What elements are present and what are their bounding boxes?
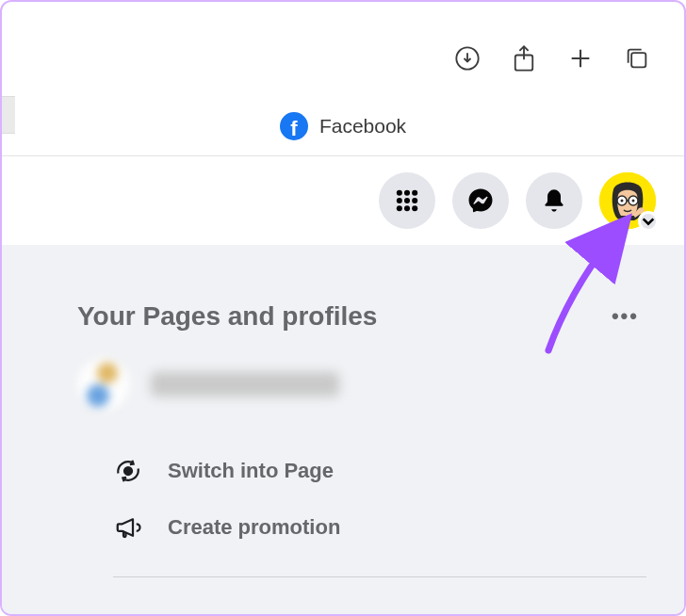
more-options-button[interactable]: ••• <box>612 304 646 329</box>
svg-point-10 <box>404 205 410 211</box>
section-divider <box>113 576 646 577</box>
page-thumbnail <box>77 358 130 411</box>
switch-label: Switch into Page <box>168 459 334 483</box>
svg-point-9 <box>397 205 402 211</box>
create-promotion-button[interactable]: Create promotion <box>77 499 646 556</box>
svg-point-6 <box>397 198 402 203</box>
profile-avatar-button[interactable] <box>599 172 656 229</box>
svg-point-7 <box>404 198 410 203</box>
pages-profiles-panel: Your Pages and profiles ••• Switch into … <box>2 245 684 614</box>
tabs-overview-icon[interactable] <box>623 44 651 73</box>
share-icon[interactable] <box>510 44 538 73</box>
switch-into-page-button[interactable]: Switch into Page <box>77 443 646 499</box>
bell-icon <box>541 187 567 214</box>
menu-grid-button[interactable] <box>379 172 435 229</box>
svg-point-4 <box>404 190 410 196</box>
promote-label: Create promotion <box>168 515 340 540</box>
svg-point-11 <box>412 205 417 211</box>
messenger-button[interactable] <box>452 172 509 229</box>
page-name-redacted <box>151 372 339 397</box>
new-tab-icon[interactable] <box>566 44 595 73</box>
svg-point-20 <box>87 384 109 407</box>
svg-point-5 <box>412 190 417 196</box>
svg-rect-2 <box>631 53 645 67</box>
svg-point-19 <box>97 363 118 383</box>
svg-point-3 <box>397 190 402 196</box>
svg-point-17 <box>632 200 635 203</box>
grid-icon <box>394 187 420 214</box>
facebook-header <box>2 155 684 245</box>
tab-title: Facebook <box>319 115 406 138</box>
megaphone-icon <box>113 512 143 543</box>
page-item[interactable] <box>77 358 646 411</box>
facebook-logo-icon: f <box>280 112 308 140</box>
chevron-down-icon <box>638 211 659 232</box>
svg-point-16 <box>621 200 624 203</box>
svg-point-21 <box>124 467 132 475</box>
section-title: Your Pages and profiles <box>77 301 377 332</box>
downloads-icon[interactable] <box>453 44 482 73</box>
messenger-icon <box>466 186 495 215</box>
browser-toolbar <box>2 2 684 96</box>
svg-point-8 <box>412 198 417 203</box>
notifications-button[interactable] <box>526 172 582 229</box>
switch-account-icon <box>113 456 143 486</box>
tab-edge-indicator <box>2 96 15 134</box>
browser-tab[interactable]: f Facebook <box>2 96 684 155</box>
